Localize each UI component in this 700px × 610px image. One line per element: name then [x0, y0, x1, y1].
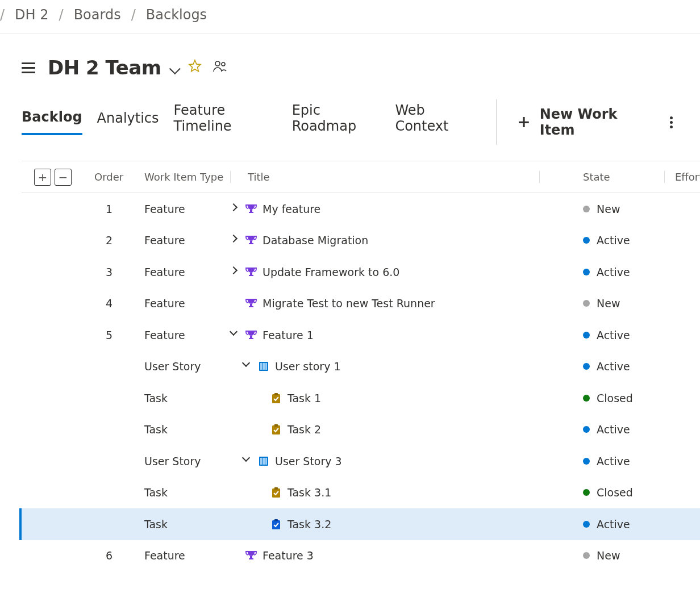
- state-label: Active: [597, 423, 630, 436]
- breadcrumb-project[interactable]: DH 2: [15, 7, 48, 23]
- state-dot-icon: [583, 237, 590, 244]
- backlog-row[interactable]: 6FeatureFeature 3New: [22, 540, 700, 572]
- col-state[interactable]: State: [540, 171, 665, 183]
- row-title-cell: My feature: [231, 203, 540, 215]
- breadcrumb-sep: /: [0, 7, 5, 23]
- new-work-item-button[interactable]: + New Work Item: [517, 106, 645, 138]
- trophy-icon: [245, 298, 257, 309]
- team-header: DH 2 Team: [22, 56, 700, 79]
- row-title[interactable]: Feature 1: [262, 329, 314, 341]
- team-members-icon[interactable]: [213, 59, 227, 76]
- row-title-cell: Migrate Test to new Test Runner: [231, 297, 540, 310]
- row-title[interactable]: Migrate Test to new Test Runner: [262, 297, 435, 310]
- backlog-row[interactable]: TaskTask 2Active: [22, 414, 700, 446]
- tab-feature-timeline[interactable]: Feature Timeline: [174, 102, 277, 142]
- row-title[interactable]: Update Framework to 6.0: [262, 266, 399, 278]
- row-title-cell: Task 2: [231, 423, 540, 436]
- expand-all-button[interactable]: +: [34, 169, 51, 186]
- row-title[interactable]: Task 3.2: [288, 518, 331, 530]
- state-dot-icon: [583, 552, 590, 559]
- row-state: New: [540, 297, 665, 310]
- row-state: Closed: [540, 486, 665, 499]
- backlog-row[interactable]: 4FeatureMigrate Test to new Test RunnerN…: [22, 288, 700, 320]
- col-effort[interactable]: Effort: [665, 171, 700, 183]
- row-title-cell: Feature 3: [231, 549, 540, 562]
- backlog-row[interactable]: 1FeatureMy featureNew: [22, 193, 700, 225]
- breadcrumb-section[interactable]: Boards: [74, 7, 121, 23]
- tab-web-context[interactable]: Web Context: [395, 102, 474, 142]
- row-state: Active: [540, 266, 665, 278]
- col-order[interactable]: Order: [94, 171, 144, 183]
- row-type: User Story: [144, 360, 231, 373]
- state-label: Active: [597, 329, 630, 341]
- row-title-cell: Database Migration: [231, 234, 540, 246]
- row-title[interactable]: My feature: [262, 203, 320, 215]
- row-title[interactable]: Feature 3: [262, 549, 314, 562]
- state-label: Closed: [597, 486, 633, 499]
- backlog-row[interactable]: 5FeatureFeature 1Active: [22, 319, 700, 351]
- row-type: User Story: [144, 455, 231, 467]
- backlog-row[interactable]: User StoryUser Story 3Active: [22, 445, 700, 477]
- row-title[interactable]: User Story 3: [275, 455, 342, 467]
- row-order: 1: [94, 203, 144, 215]
- chevron-down-icon: [169, 56, 177, 79]
- row-state: Active: [540, 455, 665, 467]
- row-type: Task: [144, 423, 231, 436]
- row-state: Active: [540, 234, 665, 246]
- tab-backlog[interactable]: Backlog: [22, 109, 82, 135]
- row-type: Feature: [144, 266, 231, 278]
- row-state: New: [540, 203, 665, 215]
- row-title[interactable]: Task 3.1: [288, 486, 331, 499]
- trophy-icon: [245, 329, 257, 341]
- row-title[interactable]: User story 1: [275, 360, 341, 373]
- row-expand-toggle[interactable]: [231, 268, 240, 277]
- row-expand-toggle[interactable]: [231, 331, 240, 340]
- state-dot-icon: [583, 458, 590, 465]
- book-icon: [258, 456, 269, 467]
- row-title-cell: User story 1: [231, 360, 540, 373]
- row-state: Active: [540, 329, 665, 341]
- backlog-row[interactable]: TaskTask 3.1Closed: [22, 477, 700, 509]
- state-label: Active: [597, 234, 630, 246]
- row-type: Task: [144, 392, 231, 404]
- row-type: Feature: [144, 203, 231, 215]
- row-title[interactable]: Task 1: [288, 392, 321, 404]
- backlog-row[interactable]: TaskTask 3.2Active: [19, 508, 700, 540]
- backlog-row[interactable]: TaskTask 1Closed: [22, 382, 700, 414]
- tab-analytics[interactable]: Analytics: [97, 110, 159, 134]
- breadcrumb: / DH 2 / Boards / Backlogs: [0, 0, 700, 34]
- collapse-all-button[interactable]: −: [55, 169, 72, 186]
- trophy-icon: [245, 203, 257, 215]
- row-expand-toggle[interactable]: [231, 204, 240, 214]
- backlog-row[interactable]: User StoryUser story 1Active: [22, 351, 700, 383]
- row-expand-toggle[interactable]: [243, 362, 252, 371]
- more-actions-icon[interactable]: [665, 110, 677, 135]
- tab-bar: BacklogAnalyticsFeature TimelineEpic Roa…: [22, 99, 700, 145]
- backlog-row[interactable]: 2FeatureDatabase MigrationActive: [22, 225, 700, 257]
- row-type: Feature: [144, 234, 231, 246]
- row-title-cell: Update Framework to 6.0: [231, 266, 540, 278]
- favorite-star-icon[interactable]: [188, 59, 202, 76]
- tab-epic-roadmap[interactable]: Epic Roadmap: [292, 102, 381, 142]
- col-title[interactable]: Title: [231, 171, 540, 183]
- row-expand-toggle[interactable]: [231, 236, 240, 245]
- row-type: Task: [144, 518, 231, 530]
- state-dot-icon: [583, 395, 590, 402]
- backlog-row[interactable]: 3FeatureUpdate Framework to 6.0Active: [22, 256, 700, 288]
- row-title-cell: Feature 1: [231, 329, 540, 341]
- row-type: Feature: [144, 297, 231, 310]
- hamburger-icon[interactable]: [22, 62, 35, 73]
- row-state: Closed: [540, 392, 665, 404]
- col-type[interactable]: Work Item Type: [144, 171, 231, 183]
- team-title-text: DH 2 Team: [48, 56, 161, 79]
- row-expand-toggle[interactable]: [243, 457, 252, 466]
- row-title-cell: Task 3.1: [231, 486, 540, 499]
- row-title[interactable]: Database Migration: [262, 234, 368, 246]
- row-order: 4: [94, 297, 144, 310]
- state-label: New: [597, 203, 620, 215]
- row-title[interactable]: Task 2: [288, 423, 321, 436]
- team-switcher[interactable]: DH 2 Team: [48, 56, 177, 79]
- clipboard-icon: [270, 424, 282, 435]
- breadcrumb-page[interactable]: Backlogs: [146, 7, 207, 23]
- row-order: 5: [94, 329, 144, 341]
